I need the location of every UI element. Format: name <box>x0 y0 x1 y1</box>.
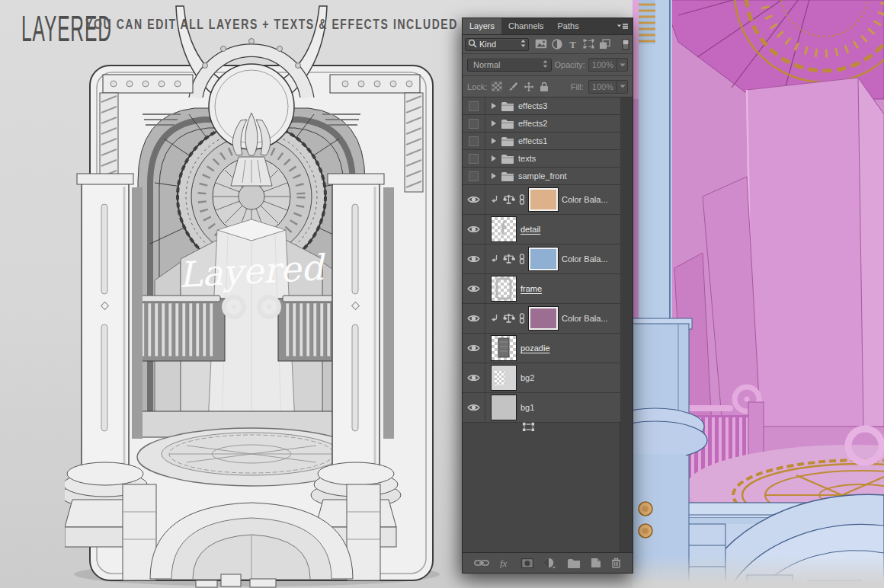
layer-thumbnail[interactable] <box>491 276 517 302</box>
folder-icon <box>501 119 514 129</box>
tab-paths[interactable]: Paths <box>551 18 586 34</box>
filter-toggle[interactable] <box>622 39 630 50</box>
layer-name[interactable]: texts <box>518 154 536 163</box>
blend-mode-dropdown[interactable]: Normal <box>467 59 552 72</box>
visibility-toggle[interactable] <box>463 304 485 333</box>
disclosure-triangle-icon[interactable] <box>491 155 497 162</box>
visibility-toggle[interactable] <box>463 334 485 363</box>
lock-position-icon[interactable] <box>524 81 534 92</box>
layer-row-bg2[interactable]: bg2 <box>463 363 620 393</box>
layer-name[interactable]: bg2 <box>520 373 534 382</box>
visibility-toggle[interactable] <box>463 97 485 114</box>
layer-thumbnail[interactable] <box>491 365 517 391</box>
panel-bottom-bar: fx <box>463 552 633 573</box>
clip-arrow-icon <box>491 254 498 264</box>
layer-name[interactable]: Color Bala... <box>562 254 608 264</box>
adjustment-swatch[interactable] <box>529 188 558 211</box>
disclosure-triangle-icon[interactable] <box>491 172 497 180</box>
visibility-toggle[interactable] <box>463 393 485 422</box>
layer-name[interactable]: effects2 <box>518 119 547 128</box>
scales-icon <box>502 254 515 264</box>
scales-icon <box>502 194 515 205</box>
layer-row-effects2[interactable]: effects2 <box>463 115 620 133</box>
folder-icon <box>501 171 514 181</box>
scrollbar-track[interactable] <box>620 97 633 556</box>
layer-name[interactable]: bg1 <box>520 403 534 412</box>
layer-row-color-bala-[interactable]: Color Bala... <box>463 304 620 334</box>
layer-row-bg1[interactable]: bg1 <box>463 393 620 423</box>
clip-arrow-icon <box>491 314 498 323</box>
disclosure-triangle-icon[interactable] <box>491 137 497 145</box>
visibility-toggle[interactable] <box>463 215 485 244</box>
lock-transparency-icon[interactable] <box>492 81 502 91</box>
layer-row-color-bala-[interactable]: Color Bala... <box>463 244 620 274</box>
visibility-toggle[interactable] <box>463 185 485 214</box>
opacity-input[interactable]: 100% <box>588 58 628 72</box>
lock-pixels-icon[interactable] <box>508 81 518 92</box>
delete-layer-icon[interactable] <box>611 558 621 568</box>
layer-thumbnail[interactable] <box>491 335 517 361</box>
fx-icon[interactable]: fx <box>499 558 511 568</box>
layer-row-pozadie[interactable]: pozadie <box>463 334 620 363</box>
blend-mode-value: Normal <box>471 60 543 69</box>
layer-name[interactable]: Color Bala... <box>562 314 608 323</box>
visibility-toggle[interactable] <box>463 133 485 149</box>
layer-row-effects1[interactable]: effects1 <box>463 133 620 150</box>
chain-link-icon[interactable] <box>519 254 525 264</box>
adjustment-layer-icon[interactable] <box>543 558 556 569</box>
visibility-toggle[interactable] <box>463 168 485 184</box>
fill-input[interactable]: 100% <box>588 80 628 94</box>
panel-menu-icon[interactable] <box>617 18 633 34</box>
visibility-toggle[interactable] <box>463 115 485 132</box>
pixel-filter-icon[interactable] <box>533 39 548 50</box>
disclosure-triangle-icon[interactable] <box>491 120 497 127</box>
visibility-toggle[interactable] <box>463 150 485 167</box>
layer-name[interactable]: effects1 <box>518 136 547 145</box>
layer-thumbnail[interactable] <box>491 395 517 420</box>
adjustment-swatch[interactable] <box>529 248 558 270</box>
layers-panel: LayersChannelsPaths Kind T Normal Opacit… <box>463 18 633 573</box>
layer-row-detail[interactable]: detail <box>463 215 620 244</box>
updown-arrows-icon <box>520 39 526 50</box>
lock-all-icon[interactable] <box>540 81 549 92</box>
chain-link-icon[interactable] <box>519 313 525 324</box>
shape-filter-icon[interactable] <box>581 39 596 50</box>
updown-arrows-icon <box>543 59 548 70</box>
layer-name[interactable]: frame <box>520 284 542 293</box>
folder-icon <box>501 101 514 111</box>
kind-filter-dropdown[interactable]: Kind <box>465 38 529 51</box>
new-layer-icon[interactable] <box>591 558 601 568</box>
layer-row-color-bala-[interactable]: Color Bala... <box>463 185 620 215</box>
scales-icon <box>502 313 515 324</box>
lock-row: Lock: Fill: 100% <box>463 76 633 97</box>
svg-text:fx: fx <box>500 558 508 568</box>
type-filter-icon[interactable]: T <box>565 39 580 50</box>
opacity-value: 100% <box>589 60 617 69</box>
chain-link-icon[interactable] <box>519 194 525 205</box>
tab-channels[interactable]: Channels <box>501 18 550 34</box>
layer-row-sample-front[interactable]: sample_front <box>463 168 620 185</box>
layer-row-texts[interactable]: texts <box>463 150 620 168</box>
dropdown-arrow-icon[interactable] <box>617 59 627 71</box>
layer-mask-icon[interactable] <box>521 558 533 568</box>
disclosure-triangle-icon[interactable] <box>491 102 497 110</box>
layer-name[interactable]: pozadie <box>520 344 550 353</box>
new-group-icon[interactable] <box>567 558 581 568</box>
dropdown-arrow-icon[interactable] <box>617 81 627 93</box>
adjustment-swatch[interactable] <box>529 307 558 330</box>
visibility-toggle[interactable] <box>463 363 485 392</box>
link-icon[interactable] <box>474 559 489 567</box>
layer-row-frame[interactable]: frame <box>463 274 620 304</box>
layer-name[interactable]: detail <box>520 225 540 234</box>
layer-thumbnail[interactable] <box>491 216 517 242</box>
smart-object-filter-icon[interactable] <box>597 39 612 50</box>
visibility-toggle[interactable] <box>463 244 485 273</box>
header: LAYERED YOU CAN EDIT ALL LAYERS + TEXTS … <box>21 8 132 34</box>
visibility-toggle[interactable] <box>463 274 485 303</box>
layer-name[interactable]: sample_front <box>518 171 567 181</box>
layer-name[interactable]: Color Bala... <box>562 195 608 204</box>
adjustment-filter-icon[interactable] <box>549 39 564 50</box>
layer-row-effects3[interactable]: effects3 <box>463 97 620 115</box>
layer-name[interactable]: effects3 <box>518 101 547 110</box>
tab-layers[interactable]: Layers <box>463 18 501 34</box>
